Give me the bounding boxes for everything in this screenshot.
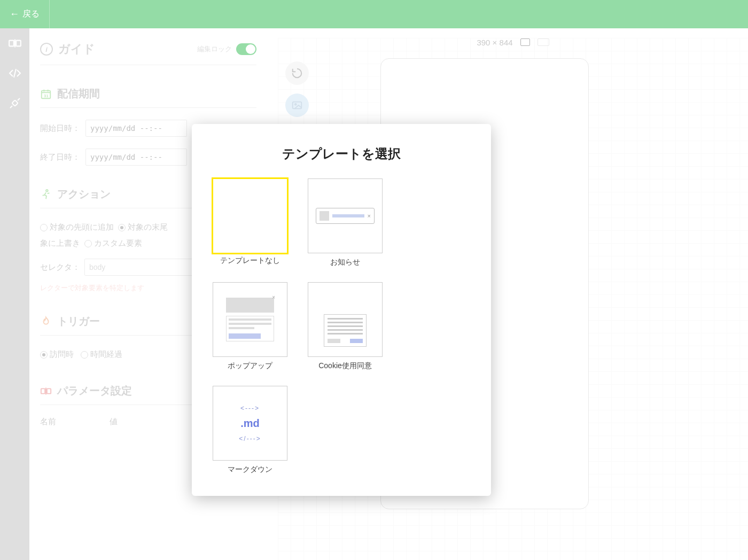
template-modal: テンプレートを選択 テンプレートなし × お知らせ × (192, 124, 491, 496)
template-markdown[interactable]: <---> .md </---> マークダウン (210, 386, 290, 475)
template-none[interactable]: テンプレートなし (210, 178, 290, 267)
template-popup[interactable]: × ポップアップ (210, 282, 290, 371)
template-cookie[interactable]: Cookie使用同意 (305, 282, 385, 371)
template-notice[interactable]: × お知らせ (305, 178, 385, 267)
modal-title: テンプレートを選択 (210, 145, 473, 162)
